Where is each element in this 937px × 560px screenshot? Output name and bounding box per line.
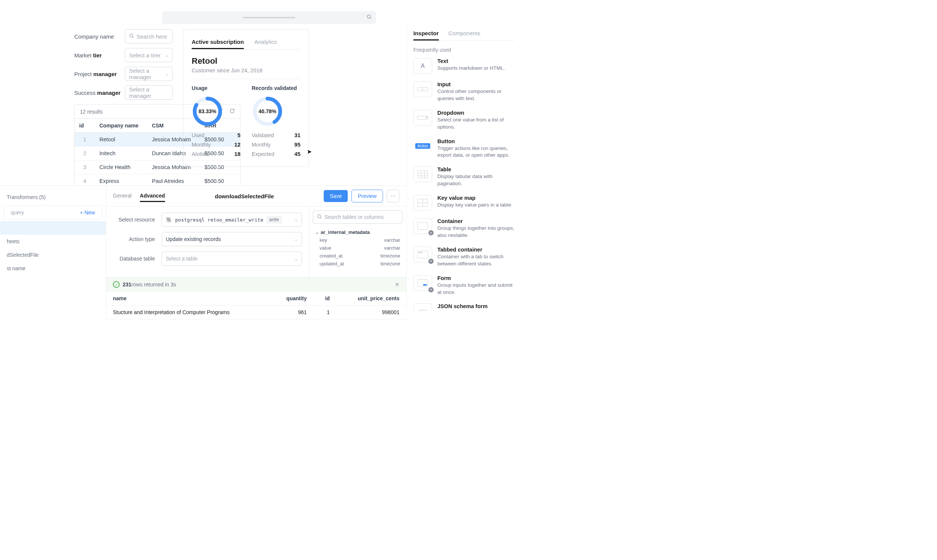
tab-general[interactable]: General	[113, 191, 132, 202]
market-tier-label: Market tier	[74, 52, 125, 58]
chevron-down-icon: ⌄	[294, 256, 298, 261]
svg-line-9	[321, 217, 322, 218]
svg-point-2	[130, 34, 133, 37]
close-icon[interactable]: ✕	[395, 282, 399, 288]
schema-col: created_attimezone	[313, 252, 402, 260]
frequently-used: Frequently used	[413, 47, 515, 53]
rows-text: rows returned in 3s	[131, 282, 176, 288]
chevron-down-icon: ⌄	[165, 72, 168, 77]
query-title: downloadSelectedFile	[215, 193, 274, 199]
tab-analytics[interactable]: Analytics	[254, 35, 277, 49]
list-item[interactable]: dSelectedFile	[0, 248, 106, 262]
placeholder: Select a manager	[129, 86, 168, 99]
project-manager-label: Project manager	[74, 71, 125, 77]
company-search-input[interactable]: Search here	[125, 29, 173, 43]
records-title: Records validated	[252, 85, 301, 91]
resource-label: Select resource	[113, 217, 162, 223]
table-icon	[413, 166, 432, 182]
svg-rect-10	[418, 171, 428, 178]
component-tabbed[interactable]: + Tabbed containerContainer with a tab t…	[413, 247, 515, 268]
placeholder-line	[243, 17, 295, 18]
text-icon: A	[413, 58, 432, 74]
placeholder: Search here	[137, 33, 167, 40]
success-manager-select[interactable]: Select a manager	[125, 85, 173, 100]
detail-card: Active subscription Analytics Retool Cus…	[183, 29, 309, 167]
list-item[interactable]: heets	[0, 235, 106, 248]
col-id[interactable]: id	[314, 292, 336, 306]
schema-col: valuevarchar	[313, 244, 402, 252]
transformers-header: Transformers (5)	[7, 194, 46, 200]
col-name[interactable]: name	[106, 292, 271, 306]
component-container[interactable]: + ContainerGroup things together into gr…	[413, 218, 515, 239]
customer-since: Customer since Jun 24, 2018	[192, 68, 301, 74]
query-editor-panel: Transformers (5) query + New heets dSele…	[0, 186, 406, 319]
placeholder: Select a tirer	[129, 52, 160, 58]
button-icon: Action	[413, 138, 432, 154]
schema-col: keyvarchar	[313, 236, 402, 244]
component-form[interactable]: + FormGroup inputs together and submit a…	[413, 275, 515, 296]
results-count: 12 results	[80, 109, 103, 115]
results-table: name quantity id unit_price_cents Stuctu…	[106, 292, 406, 319]
table-label: Database table	[113, 255, 162, 262]
preview-button[interactable]: Preview	[351, 190, 383, 202]
search-icon	[367, 14, 372, 21]
postgres-icon: 🐘	[166, 217, 172, 223]
search-icon	[317, 214, 322, 220]
success-manager-label: Success manager	[74, 89, 125, 96]
schema-search[interactable]: Search tables or columns	[313, 210, 402, 224]
schema-col: updated_attimezone	[313, 260, 402, 268]
resource-select[interactable]: 🐘 postgresql retoo_emailer_write write ⌄	[162, 212, 302, 227]
query-search[interactable]: query	[11, 209, 24, 215]
market-tier-select[interactable]: Select a tirer ⌄	[125, 48, 173, 62]
company-title: Retool	[192, 56, 301, 66]
chevron-down-icon: ⌄	[294, 217, 298, 222]
tabbed-icon: +	[413, 247, 432, 262]
list-item[interactable]: st name	[0, 262, 106, 275]
usage-title: Usage	[192, 85, 240, 91]
chevron-down-icon: ⌄	[165, 53, 168, 58]
action-select[interactable]: Update existing records ⌄	[162, 232, 302, 246]
tab-advanced[interactable]: Advanced	[140, 191, 165, 202]
svg-point-8	[318, 214, 321, 217]
project-manager-select[interactable]: Select a manager ⌄	[125, 67, 173, 81]
schema-table[interactable]: ⌄ar_internal_metadata	[313, 228, 402, 236]
top-search-bar[interactable]	[162, 11, 376, 24]
col-price[interactable]: unit_price_cents	[336, 292, 406, 306]
component-input[interactable]: I InputControl other components or queri…	[413, 82, 515, 102]
dropdown-icon: ▾	[413, 110, 432, 126]
svg-point-0	[367, 15, 371, 18]
result-row[interactable]: Stucture and Interpretation of Computer …	[106, 306, 406, 319]
tab-inspector[interactable]: Inspector	[413, 27, 439, 40]
new-button[interactable]: + New	[80, 209, 95, 215]
component-dropdown[interactable]: ▾ DropdownSelect one value from a list o…	[413, 110, 515, 131]
component-table[interactable]: TableDisplay tabular data with paginatio…	[413, 166, 515, 188]
svg-line-1	[370, 18, 371, 19]
placeholder: Select a manager	[129, 68, 168, 80]
more-button[interactable]: ⋯	[387, 190, 399, 202]
inspector-panel: Inspector Components Frequently used A T…	[406, 23, 521, 310]
tab-components[interactable]: Components	[448, 27, 481, 40]
component-kvmap[interactable]: Key value mapDisplay key value pairs in …	[413, 195, 515, 211]
check-icon: ✓	[113, 281, 120, 288]
tab-active-subscription[interactable]: Active subscription	[192, 35, 244, 49]
form-icon: +	[413, 275, 432, 291]
search-icon	[129, 33, 134, 40]
company-name-label: Company name	[74, 33, 125, 40]
list-item[interactable]	[0, 221, 106, 235]
col-id[interactable]: id	[75, 119, 95, 132]
action-label: Action type	[113, 236, 162, 242]
svg-line-3	[133, 36, 134, 37]
col-company[interactable]: Company name	[95, 119, 147, 132]
container-icon: +	[413, 218, 432, 234]
component-text[interactable]: A TextSupports markdown or HTML.	[413, 58, 515, 74]
save-button[interactable]: Save	[324, 190, 348, 202]
usage-donut: 83.33%	[192, 95, 223, 127]
records-donut: 40.78%	[252, 95, 283, 127]
cursor-icon: ➤	[307, 148, 312, 155]
table-select[interactable]: Select a table ⌄	[162, 252, 302, 266]
component-button[interactable]: Action ButtonTrigger actions like run qu…	[413, 138, 515, 159]
kvmap-icon	[413, 195, 432, 211]
input-icon: I	[413, 82, 432, 97]
col-qty[interactable]: quantity	[271, 292, 314, 306]
component-json[interactable]: JSON+ JSON schema formGenerate forms fro…	[413, 303, 515, 310]
